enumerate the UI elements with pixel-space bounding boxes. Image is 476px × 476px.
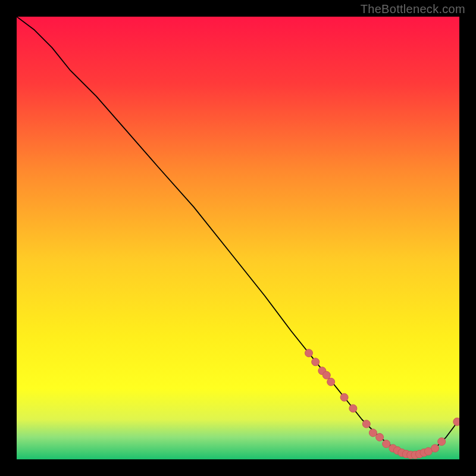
data-marker [349, 405, 357, 412]
data-marker [453, 418, 459, 425]
data-marker [362, 420, 370, 428]
data-marker [340, 393, 348, 401]
data-marker [322, 371, 330, 379]
data-marker [383, 440, 390, 448]
data-marker [312, 358, 320, 366]
data-marker [438, 438, 446, 446]
data-marker [369, 429, 377, 437]
chart-plot-area [17, 17, 459, 459]
data-marker [327, 378, 335, 386]
data-marker [376, 433, 384, 441]
data-marker [431, 444, 439, 452]
watermark-text: TheBottleneck.com [361, 2, 465, 16]
data-marker [305, 349, 313, 357]
